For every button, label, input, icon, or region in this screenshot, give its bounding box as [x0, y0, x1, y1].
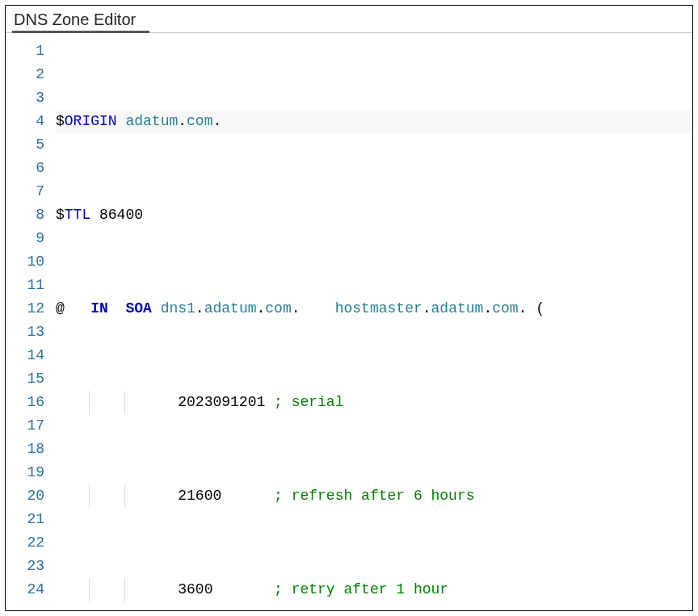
line-number: 8	[6, 203, 44, 227]
code-line[interactable]: @ IN SOA dns1.adatum.com. hostmaster.ada…	[56, 297, 692, 321]
line-number: 19	[6, 461, 44, 484]
code-line[interactable]: 2023091201 ; serial	[56, 391, 692, 414]
line-number: 2	[6, 63, 44, 86]
code-line[interactable]: 21600 ; refresh after 6 hours	[56, 484, 692, 508]
line-number: 12	[6, 297, 44, 321]
line-number: 6	[6, 157, 44, 180]
code-line[interactable]: $TTL 86400	[56, 203, 692, 227]
line-number: 23	[6, 555, 44, 578]
line-number: 14	[6, 344, 44, 367]
line-number: 21	[6, 508, 44, 531]
code-line[interactable]: $ORIGIN adatum.com.	[56, 110, 692, 133]
line-number: 3	[6, 86, 44, 110]
line-number: 16	[6, 391, 44, 414]
line-number: 11	[6, 274, 44, 297]
window-title-bar: DNS Zone Editor	[6, 6, 692, 33]
line-number: 5	[6, 133, 44, 157]
line-number: 7	[6, 180, 44, 203]
code-line[interactable]: 3600 ; retry after 1 hour	[56, 578, 692, 601]
code-area[interactable]: $ORIGIN adatum.com. $TTL 86400 @ IN SOA …	[56, 40, 692, 616]
line-number: 17	[6, 414, 44, 438]
line-number: 18	[6, 438, 44, 461]
window-title: DNS Zone Editor	[14, 10, 136, 28]
line-number: 15	[6, 367, 44, 391]
line-number: 22	[6, 531, 44, 555]
line-number: 20	[6, 484, 44, 508]
line-number: 10	[6, 250, 44, 274]
line-number: 9	[6, 227, 44, 250]
line-number-gutter: 123456789101112131415161718192021222324	[6, 40, 56, 616]
line-number: 13	[6, 321, 44, 344]
code-editor[interactable]: 123456789101112131415161718192021222324 …	[6, 33, 692, 616]
editor-window: DNS Zone Editor 123456789101112131415161…	[5, 5, 693, 611]
line-number: 1	[6, 40, 44, 63]
line-number: 24	[6, 578, 44, 601]
active-tab-underline	[12, 31, 149, 33]
line-number: 4	[6, 110, 44, 133]
